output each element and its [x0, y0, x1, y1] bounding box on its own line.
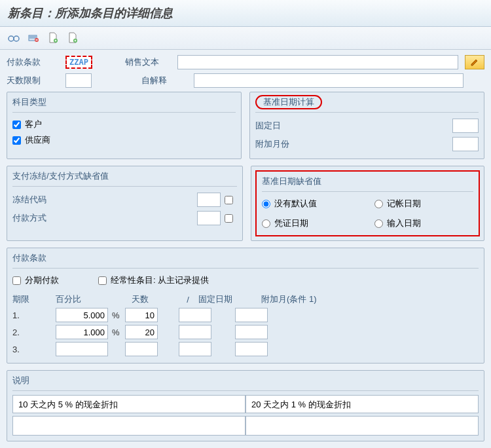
baseline-default-title: 基准日期缺省值 — [262, 176, 473, 192]
self-explain-label: 自解释 — [141, 75, 187, 86]
days-input[interactable] — [125, 308, 158, 322]
description-title: 说明 — [12, 373, 479, 391]
svg-point-1 — [14, 36, 19, 41]
block-defaults-group: 支付冻结/支付方式缺省值 冻结代码 付款方式 — [7, 166, 243, 241]
terms-row: 1.% — [12, 307, 479, 324]
baseline-calc-group: 基准日期计算 固定日 附加月份 — [249, 92, 484, 159]
description-group: 说明 10 天之内 5 % 的现金折扣 20 天之内 1 % 的现金折扣 — [7, 370, 484, 441]
payment-terms-group: 付款条款 分期付款 经常性条目: 从主记录提供 期限 百分比 天数 / 固定日期… — [7, 248, 484, 364]
addm-input[interactable] — [235, 325, 268, 339]
terms-row: 3. — [12, 341, 479, 358]
sales-text-input[interactable] — [177, 55, 458, 69]
pct-input[interactable] — [56, 325, 108, 339]
block-code-label: 冻结代码 — [12, 194, 65, 206]
fixed-day-label: 固定日 — [255, 120, 308, 132]
vendor-checkbox[interactable] — [12, 136, 21, 145]
days-input[interactable] — [125, 342, 158, 356]
pay-method-check[interactable] — [225, 214, 233, 223]
add-month-input[interactable] — [452, 137, 479, 151]
pct-input[interactable] — [56, 342, 108, 356]
pay-method-label: 付款方式 — [12, 212, 65, 224]
fixed-input[interactable] — [179, 308, 211, 322]
account-type-title: 科目类型 — [12, 95, 236, 113]
vendor-label: 供应商 — [25, 134, 50, 146]
page-title: 新条目：所添加条目的详细信息 — [8, 5, 483, 21]
addm-input[interactable] — [235, 308, 268, 322]
row-delete-icon[interactable] — [26, 31, 41, 45]
row-num: 3. — [12, 345, 52, 354]
customer-label: 客户 — [25, 119, 42, 130]
new-doc-plus-icon[interactable] — [65, 31, 80, 45]
hdr-days: 天数 — [132, 293, 177, 305]
account-type-group: 科目类型 客户 供应商 — [7, 92, 242, 159]
radio-entry-date[interactable]: 输入日期 — [374, 215, 474, 231]
radio-no-default[interactable]: 没有默认值 — [262, 196, 361, 212]
fixed-input[interactable] — [179, 325, 211, 339]
block-code-check[interactable] — [225, 196, 233, 204]
row-num: 2. — [12, 327, 52, 337]
pay-method-input[interactable] — [197, 211, 221, 225]
customer-checkbox[interactable] — [12, 121, 21, 129]
payment-terms-title: 付款条款 — [12, 251, 479, 269]
sales-text-label: 销售文本 — [125, 56, 171, 68]
row-num: 1. — [12, 310, 52, 320]
days-input[interactable] — [125, 325, 158, 339]
fixed-input[interactable] — [179, 342, 211, 356]
new-doc-icon[interactable] — [46, 31, 60, 45]
add-month-label: 附加月份 — [255, 138, 308, 150]
day-limit-label: 天数限制 — [7, 75, 59, 86]
hdr-addm: 附加月(条件 1) — [261, 293, 353, 305]
pct-input[interactable] — [56, 308, 108, 322]
addm-input[interactable] — [235, 342, 268, 356]
installment-checkbox[interactable]: 分期付款 — [12, 272, 59, 288]
svg-rect-6 — [36, 39, 38, 40]
self-explain-input[interactable] — [194, 73, 464, 88]
edit-button[interactable] — [465, 55, 484, 69]
toolbar — [0, 27, 491, 50]
baseline-default-group: 基准日期缺省值 没有默认值 记帐日期 凭证日期 输入日期 — [251, 166, 484, 241]
block-defaults-title: 支付冻结/支付方式缺省值 — [12, 169, 237, 187]
radio-posting-date[interactable]: 记帐日期 — [374, 196, 474, 212]
hdr-fixed: 固定日期 — [198, 293, 257, 305]
radio-doc-date[interactable]: 凭证日期 — [262, 215, 361, 231]
svg-point-0 — [9, 36, 14, 41]
payment-terms-label: 付款条款 — [7, 56, 59, 68]
desc-1b: 20 天之内 1 % 的现金折扣 — [245, 395, 479, 413]
hdr-pct: 百分比 — [56, 293, 115, 305]
desc-2a — [12, 416, 245, 436]
hdr-period: 期限 — [12, 293, 52, 305]
terms-row: 2.% — [12, 324, 479, 341]
day-limit-input[interactable] — [65, 73, 92, 88]
desc-2b — [245, 416, 479, 436]
glasses-icon[interactable] — [7, 31, 21, 45]
payment-terms-code[interactable]: ZZAP — [65, 56, 92, 69]
baseline-calc-title: 基准日期计算 — [255, 95, 322, 109]
recurring-checkbox[interactable]: 经常性条目: 从主记录提供 — [98, 272, 209, 288]
fixed-day-input[interactable] — [452, 119, 479, 133]
block-code-input[interactable] — [197, 193, 221, 207]
hdr-slash: / — [181, 295, 194, 305]
desc-1a: 10 天之内 5 % 的现金折扣 — [12, 395, 245, 413]
